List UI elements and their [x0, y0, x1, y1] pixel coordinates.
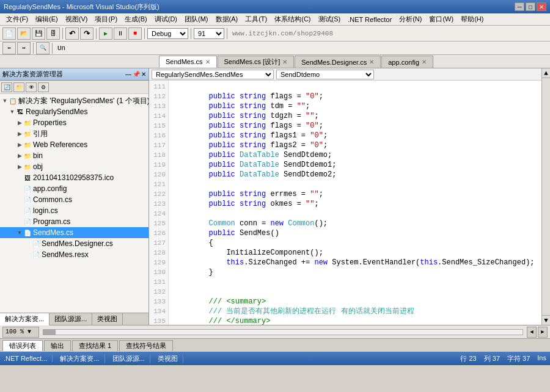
- bottom-tabs-row: 错误列表 输出 查找结果 1 查找符号结果: [0, 338, 550, 352]
- scroll-up-btn[interactable]: ▲: [542, 68, 550, 78]
- tree-sendmesdesigner[interactable]: 📄 SendMes.Designer.cs: [0, 238, 148, 249]
- bottom-tab-output[interactable]: 输出: [44, 340, 71, 351]
- tab-sendmes-design[interactable]: SendMes.cs [设计] ✕: [218, 56, 295, 68]
- tab-appconfig[interactable]: app.config ✕: [381, 56, 433, 68]
- tree-webrefs[interactable]: ▶ 📁 Web References: [0, 139, 148, 150]
- status-team: 团队源源...: [112, 354, 150, 363]
- scroll-left-btn[interactable]: ◀: [527, 327, 537, 338]
- editor-nav-bar: RegularlySendMes.SendMes SendDtdemo: [149, 68, 541, 81]
- open-btn[interactable]: 📂: [17, 27, 31, 40]
- menu-arch[interactable]: 体系结构(C): [271, 13, 314, 25]
- tab-label-1: SendMes.cs: [166, 58, 203, 65]
- menu-build[interactable]: 生成(B): [121, 13, 151, 25]
- main-layout: 解决方案资源管理器 — 📌 ✕ 🔄 📁 👁 ⚙ ▼ 📋 解决方案 'Regula…: [0, 68, 550, 325]
- se-properties-btn[interactable]: ⚙: [38, 82, 49, 92]
- tree-programcs[interactable]: 📄 Program.cs: [0, 216, 148, 227]
- menu-window[interactable]: 窗口(W): [425, 13, 457, 25]
- menu-test[interactable]: 测试(S): [315, 13, 345, 25]
- bottom-tab-errors[interactable]: 错误列表: [2, 340, 43, 351]
- bottom-tab-find1[interactable]: 查找结果 1: [72, 340, 118, 351]
- menu-project[interactable]: 项目(P): [91, 13, 121, 25]
- editor-area: RegularlySendMes.SendMes SendDtdemo 111 …: [149, 68, 541, 325]
- menu-debug[interactable]: 调试(D): [151, 13, 181, 25]
- close-button[interactable]: ✕: [537, 2, 546, 11]
- se-collapse-btn[interactable]: —: [125, 71, 131, 78]
- se-collapse-all-btn[interactable]: 📁: [13, 82, 24, 92]
- new-project-btn[interactable]: 📄: [2, 27, 16, 40]
- se-pin-btn[interactable]: 📌: [133, 71, 140, 78]
- save-btn[interactable]: 💾: [32, 27, 45, 40]
- col-indicator: 列 37: [484, 354, 500, 363]
- tab-sendmes-designer[interactable]: SendMes.Designer.cs ✕: [295, 56, 381, 68]
- classview-label: 类视图: [158, 354, 178, 363]
- zoom-combo[interactable]: 100 % ▼: [2, 327, 39, 338]
- maximize-button[interactable]: □: [526, 2, 535, 11]
- tree-bin[interactable]: ▶ 📁 bin: [0, 150, 148, 161]
- tb2-btn1[interactable]: ⬅: [2, 42, 16, 54]
- class-combo[interactable]: RegularlySendMes.SendMes: [152, 70, 274, 79]
- programcs-icon: 📄: [23, 217, 32, 226]
- se-refresh-btn[interactable]: 🔄: [1, 82, 12, 92]
- save-all-btn[interactable]: 🗄: [46, 27, 60, 40]
- scroll-thumb: [43, 330, 56, 335]
- sendmescs-arrow: ▼: [16, 230, 23, 236]
- scroll-right-btn[interactable]: ▶: [538, 327, 548, 338]
- tree-sendmescs[interactable]: ▼ 📄 SendMes.cs: [0, 227, 148, 238]
- tree-commoncs[interactable]: 📄 Common.cs: [0, 194, 148, 205]
- menu-edit[interactable]: 编辑(E): [32, 13, 62, 25]
- tab-close-2[interactable]: ✕: [282, 59, 287, 65]
- debug-config-combo[interactable]: Debug Release: [147, 28, 188, 39]
- menu-file[interactable]: 文件(F): [2, 13, 32, 25]
- ico-icon: 🖼: [23, 173, 32, 182]
- tb2-btn3[interactable]: 🔍: [36, 42, 50, 54]
- un-label: Un: [55, 45, 68, 52]
- redo-btn[interactable]: ↷: [80, 27, 94, 40]
- menu-view[interactable]: 视图(V): [62, 13, 92, 25]
- tree-solution[interactable]: ▼ 📋 解决方案 'RegularlySendMes' (1 个项目): [0, 95, 148, 106]
- tab-close-1[interactable]: ✕: [205, 59, 210, 65]
- se-bottom-tabs: 解决方案资... 团队源源... 类视图: [0, 313, 148, 325]
- menu-reflector[interactable]: .NET Reflector: [344, 15, 395, 24]
- code-content[interactable]: public string flags = "0"; public string…: [169, 81, 541, 325]
- scroll-down-btn[interactable]: ▼: [542, 315, 550, 325]
- target-combo[interactable]: 91: [194, 28, 224, 39]
- undo-btn[interactable]: ↶: [65, 27, 79, 40]
- menu-data[interactable]: 数据(A): [212, 13, 242, 25]
- minimize-button[interactable]: ─: [515, 2, 524, 11]
- logincs-label: login.cs: [33, 206, 58, 215]
- tree-properties[interactable]: ▶ 📁 Properties: [0, 117, 148, 128]
- tree-project[interactable]: ▼ 🏗 RegularlySendMes: [0, 106, 148, 117]
- tree-references[interactable]: ▶ 📁 引用: [0, 128, 148, 139]
- tree-logincs[interactable]: 📄 login.cs: [0, 205, 148, 216]
- tb2-btn2[interactable]: ➡: [17, 42, 31, 54]
- team-status-label: 团队源源...: [112, 354, 145, 363]
- tree-appconfig[interactable]: 📄 app.config: [0, 183, 148, 194]
- tree-ico[interactable]: 🖼 20110413102958375.ico: [0, 172, 148, 183]
- se-tab-team[interactable]: 团队源源...: [50, 313, 92, 325]
- tab-close-3[interactable]: ✕: [369, 59, 374, 65]
- sendmesdesigner-label: SendMes.Designer.cs: [42, 239, 113, 248]
- tab-close-4[interactable]: ✕: [422, 59, 427, 65]
- tree-sendmesresx[interactable]: 📄 SendMes.resx: [0, 249, 148, 260]
- line-numbers: 111 112 113 114 115 116 117 118 119 120 …: [149, 81, 169, 325]
- debug-start-btn[interactable]: ▶: [99, 27, 112, 40]
- se-show-all-btn[interactable]: 👁: [26, 82, 37, 92]
- menu-help[interactable]: 帮助(H): [457, 13, 487, 25]
- member-combo[interactable]: SendDtdemo: [276, 70, 374, 79]
- debug-pause-btn[interactable]: ⏸: [114, 27, 127, 40]
- debug-stop-btn[interactable]: ■: [128, 27, 142, 40]
- bin-arrow: ▶: [16, 153, 23, 159]
- menu-tools[interactable]: 工具(T): [241, 13, 271, 25]
- se-close-btn[interactable]: ✕: [141, 71, 146, 78]
- menu-bar: 文件(F) 编辑(E) 视图(V) 项目(P) 生成(B) 调试(D) 团队(M…: [0, 13, 550, 26]
- se-tab-solution[interactable]: 解决方案资...: [0, 313, 50, 325]
- bin-icon: 📁: [23, 151, 32, 160]
- tree-obj[interactable]: ▶ 📁 obj: [0, 161, 148, 172]
- menu-analyze[interactable]: 分析(N): [395, 13, 425, 25]
- tab-label-4: app.config: [388, 59, 419, 66]
- horizontal-scrollbar[interactable]: [43, 329, 523, 335]
- tab-sendmes-cs[interactable]: SendMes.cs ✕: [159, 56, 217, 68]
- se-tab-class[interactable]: 类视图: [92, 313, 123, 325]
- bottom-tab-findsym[interactable]: 查找符号结果: [119, 340, 173, 351]
- menu-team[interactable]: 团队(M): [181, 13, 212, 25]
